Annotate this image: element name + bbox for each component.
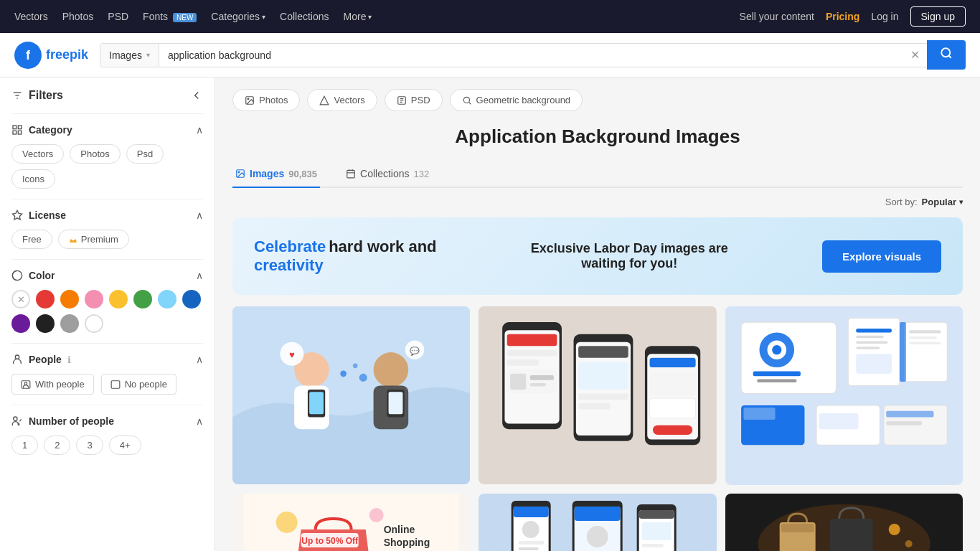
search-type-arrow: ▾ xyxy=(146,51,150,59)
number-people-label: Number of people xyxy=(29,415,114,427)
color-orange[interactable] xyxy=(60,290,79,309)
explore-visuals-button[interactable]: Explore visuals xyxy=(822,240,941,273)
color-lightblue[interactable] xyxy=(158,290,176,309)
svg-rect-108 xyxy=(519,547,539,550)
card-4-image: Up to 50% Off Online Shopping Shop Now xyxy=(232,494,470,552)
promo-left-text: Celebrate hard work and creativity xyxy=(254,237,437,275)
collections-tab-icon xyxy=(346,169,356,179)
number-1[interactable]: 1 xyxy=(11,435,38,455)
sort-label: Sort by: xyxy=(885,197,918,207)
filter-color-section: Color ∧ ✕ xyxy=(11,259,203,333)
sell-content-link[interactable]: Sell your content xyxy=(740,11,814,22)
svg-point-98 xyxy=(276,512,298,533)
number-3[interactable]: 3 xyxy=(76,435,103,455)
sidebar-collapse-button[interactable] xyxy=(190,89,203,102)
image-grid-row1: ♥ 💬 xyxy=(232,306,963,485)
pill-psd[interactable]: PSD xyxy=(385,89,443,111)
svg-rect-91 xyxy=(886,411,933,418)
svg-rect-65 xyxy=(650,372,696,395)
search-bar: f freepik Images ▾ ✕ xyxy=(0,33,980,77)
search-type-dropdown[interactable]: Images ▾ xyxy=(100,43,159,67)
premium-crown-icon xyxy=(69,235,77,244)
color-yellow[interactable] xyxy=(109,290,128,309)
signup-button[interactable]: Sign up xyxy=(910,6,966,27)
svg-point-25 xyxy=(238,171,240,173)
logo[interactable]: f freepik xyxy=(14,42,88,69)
color-gray[interactable] xyxy=(60,314,79,333)
tab-collections[interactable]: Collections 132 xyxy=(343,162,432,187)
color-pink[interactable] xyxy=(85,290,103,309)
color-green[interactable] xyxy=(133,290,152,309)
license-chips: Free Premium xyxy=(11,230,203,249)
chip-premium[interactable]: Premium xyxy=(58,230,129,249)
image-card-2[interactable] xyxy=(479,306,716,484)
category-icon xyxy=(11,124,23,136)
svg-rect-76 xyxy=(856,329,892,333)
pill-vectors[interactable]: Vectors xyxy=(307,89,377,111)
svg-text:Online: Online xyxy=(384,524,415,535)
people-section-header[interactable]: People ℹ ∧ xyxy=(11,354,203,365)
tab-images[interactable]: Images 90,835 xyxy=(232,162,320,188)
nav-photos[interactable]: Photos xyxy=(62,11,94,22)
main-layout: Filters Category ∧ Vectors Photos xyxy=(0,77,980,551)
image-card-4[interactable]: Up to 50% Off Online Shopping Shop Now xyxy=(232,494,470,552)
promo-line2: waiting for you! xyxy=(531,256,728,271)
nav-fonts[interactable]: Fonts NEW xyxy=(143,11,197,22)
chip-free[interactable]: Free xyxy=(11,230,52,249)
chip-psd[interactable]: Psd xyxy=(126,144,164,164)
svg-text:♥: ♥ xyxy=(289,349,295,360)
no-people-button[interactable]: No people xyxy=(101,374,176,395)
images-tab-icon xyxy=(235,169,245,179)
image-card-6[interactable] xyxy=(725,494,963,552)
chip-vectors[interactable]: Vectors xyxy=(11,144,64,164)
nav-vectors[interactable]: Vectors xyxy=(14,11,48,22)
svg-rect-50 xyxy=(507,350,557,357)
search-input-container: ✕ xyxy=(159,43,927,67)
color-purple[interactable] xyxy=(11,314,30,333)
pricing-link[interactable]: Pricing xyxy=(826,11,859,22)
image-card-1[interactable]: ♥ 💬 xyxy=(232,306,470,484)
search-input[interactable] xyxy=(159,44,903,67)
svg-point-22 xyxy=(463,97,469,103)
color-black[interactable] xyxy=(36,314,55,333)
pill-geometric[interactable]: Geometric background xyxy=(450,89,583,111)
chip-photos[interactable]: Photos xyxy=(70,144,120,164)
svg-line-23 xyxy=(468,102,471,104)
chip-icons[interactable]: Icons xyxy=(11,169,55,189)
nav-collections[interactable]: Collections xyxy=(280,11,329,22)
sort-arrow: ▾ xyxy=(959,198,963,206)
svg-rect-61 xyxy=(578,403,610,410)
svg-rect-105 xyxy=(514,507,549,517)
number-2[interactable]: 2 xyxy=(44,435,70,455)
svg-point-112 xyxy=(587,526,608,547)
login-link[interactable]: Log in xyxy=(871,11,898,22)
color-chevron: ∧ xyxy=(196,270,203,281)
image-card-5[interactable] xyxy=(479,494,716,552)
svg-rect-74 xyxy=(757,380,796,382)
color-none[interactable]: ✕ xyxy=(11,290,30,309)
category-section-header[interactable]: Category ∧ xyxy=(11,124,203,136)
search-clear-button[interactable]: ✕ xyxy=(903,44,927,67)
image-card-3[interactable] xyxy=(725,306,963,485)
number-4plus[interactable]: 4+ xyxy=(109,435,141,455)
pill-photos[interactable]: Photos xyxy=(232,89,300,111)
nav-categories[interactable]: Categories ▾ xyxy=(211,11,265,22)
license-section-header[interactable]: License ∧ xyxy=(11,209,203,221)
categories-dropdown-arrow: ▾ xyxy=(262,13,265,21)
nav-more[interactable]: More ▾ xyxy=(344,11,372,22)
color-red[interactable] xyxy=(36,290,55,309)
with-people-button[interactable]: With people xyxy=(11,374,94,395)
svg-rect-16 xyxy=(111,380,120,388)
number-people-header[interactable]: Number of people ∧ xyxy=(11,415,203,427)
color-section-header[interactable]: Color ∧ xyxy=(11,270,203,281)
color-white[interactable] xyxy=(85,314,103,333)
svg-rect-55 xyxy=(530,383,546,386)
svg-marker-20 xyxy=(321,96,329,105)
nav-psd[interactable]: PSD xyxy=(108,11,128,22)
svg-rect-87 xyxy=(743,408,775,420)
color-blue[interactable] xyxy=(182,290,201,309)
sort-select[interactable]: Popular ▾ xyxy=(922,197,963,207)
svg-point-106 xyxy=(522,521,540,538)
svg-rect-9 xyxy=(18,126,22,129)
search-button[interactable] xyxy=(927,40,966,70)
